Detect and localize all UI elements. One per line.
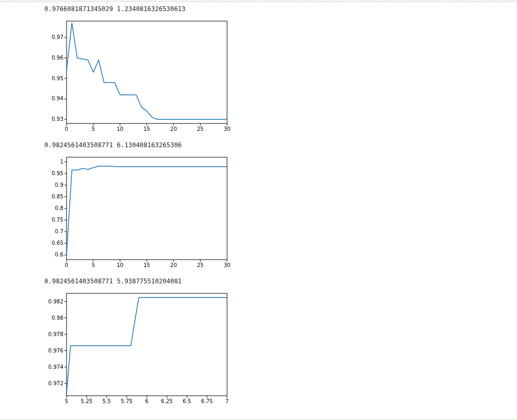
svg-text:1: 1 [60, 159, 63, 165]
svg-text:5.75: 5.75 [121, 398, 133, 404]
svg-text:0.978: 0.978 [48, 331, 63, 337]
output-block-0: 0.9766081871345029 1.2340816326530613 05… [44, 5, 517, 137]
svg-text:5.5: 5.5 [102, 398, 111, 404]
output-block-2: 0.9824561403508771 5.938775510204081 55.… [44, 278, 517, 409]
svg-text:0.96: 0.96 [52, 55, 63, 61]
svg-text:30: 30 [224, 262, 230, 268]
svg-text:0: 0 [65, 126, 68, 132]
svg-text:0.8: 0.8 [55, 205, 63, 211]
plot-svg: 0510152025300.60.650.70.750.80.850.90.95… [44, 153, 230, 273]
svg-text:30: 30 [224, 126, 230, 132]
svg-text:0.976: 0.976 [48, 348, 63, 354]
svg-text:0.974: 0.974 [48, 364, 63, 370]
svg-text:0.85: 0.85 [52, 194, 63, 199]
svg-text:20: 20 [170, 262, 177, 268]
stdout-line: 0.9824561403508771 5.938775510204081 [44, 278, 517, 285]
svg-text:25: 25 [197, 126, 204, 132]
svg-text:0.7: 0.7 [55, 228, 63, 234]
svg-text:5: 5 [91, 262, 95, 268]
plot-svg: 55.255.55.7566.256.56.7570.9720.9740.976… [44, 289, 230, 409]
svg-text:10: 10 [117, 126, 124, 132]
svg-text:7: 7 [225, 398, 229, 404]
svg-text:6.5: 6.5 [183, 398, 191, 404]
plot-0: 0510152025300.930.940.950.960.97 [44, 17, 234, 137]
svg-text:0.94: 0.94 [52, 96, 63, 101]
svg-text:6: 6 [145, 398, 148, 404]
svg-text:6.75: 6.75 [201, 398, 213, 404]
svg-text:25: 25 [197, 262, 204, 268]
svg-text:0.95: 0.95 [52, 75, 63, 81]
svg-text:0.65: 0.65 [52, 240, 63, 246]
svg-text:0.9: 0.9 [55, 182, 63, 188]
svg-text:0.75: 0.75 [52, 217, 63, 223]
svg-text:0.98: 0.98 [52, 315, 63, 321]
svg-text:0: 0 [65, 262, 68, 268]
notebook-output-area: 0.9766081871345029 1.2340816326530613 05… [0, 0, 517, 420]
svg-text:5: 5 [91, 126, 95, 132]
svg-rect-58 [67, 293, 227, 396]
svg-text:0.97: 0.97 [52, 34, 63, 40]
svg-text:20: 20 [170, 126, 177, 132]
svg-text:5: 5 [65, 398, 68, 404]
svg-text:0.93: 0.93 [52, 116, 63, 122]
svg-text:0.6: 0.6 [55, 252, 63, 257]
plot-1: 0510152025300.60.650.70.750.80.850.90.95… [44, 153, 234, 273]
stdout-line: 0.9766081871345029 1.2340816326530613 [44, 5, 517, 13]
svg-text:6.25: 6.25 [161, 398, 173, 404]
svg-text:15: 15 [144, 262, 151, 268]
svg-text:5.25: 5.25 [81, 398, 92, 404]
svg-text:10: 10 [117, 262, 124, 268]
svg-text:0.972: 0.972 [48, 380, 63, 386]
svg-rect-25 [67, 157, 227, 260]
output-block-1: 0.9824561403508771 6.130408163265306 051… [44, 141, 517, 273]
svg-text:0.95: 0.95 [52, 170, 63, 176]
stdout-line: 0.9824561403508771 6.130408163265306 [44, 141, 517, 149]
plot-svg: 0510152025300.930.940.950.960.97 [44, 17, 230, 137]
svg-text:15: 15 [144, 126, 151, 132]
cell-divider [0, 0, 517, 2]
svg-text:0.982: 0.982 [48, 299, 63, 304]
svg-rect-0 [67, 21, 227, 123]
plot-2: 55.255.55.7566.256.56.7570.9720.9740.976… [44, 289, 234, 409]
